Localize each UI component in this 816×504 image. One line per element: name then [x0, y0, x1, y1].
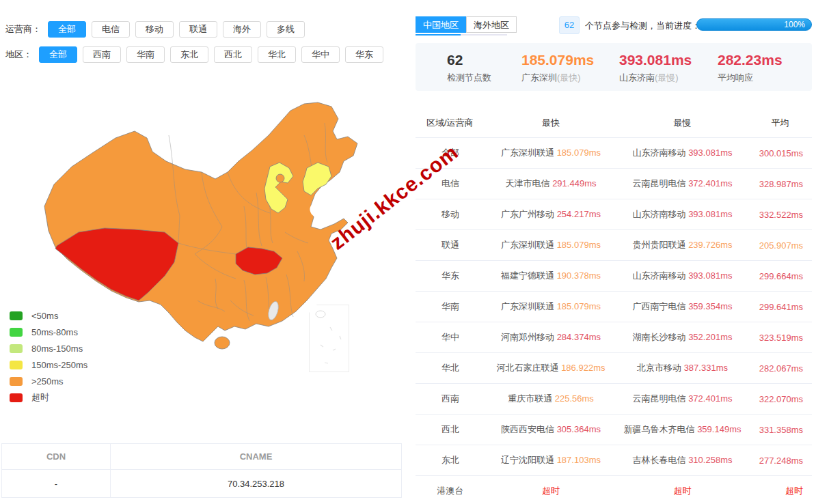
table-row-华北: 华北河北石家庄联通 186.922ms北京市移动 387.331ms282.06… — [416, 353, 812, 384]
cell-slowest: 云南昆明电信 372.401ms — [616, 178, 748, 190]
cell-slowest: 贵州贵阳联通 239.726ms — [616, 239, 748, 251]
stat-fastest-label: 广东深圳(最快) — [521, 72, 594, 84]
region-filter-华东[interactable]: 华东 — [345, 46, 383, 63]
stat-fastest-value: 185.079ms — [521, 52, 594, 68]
tab-overseas-region[interactable]: 海外地区 — [466, 16, 517, 33]
ping-test-page: 运营商： 全部电信移动联通海外多线 地区： 全部西南华南东北西北华北华中华东 — [0, 0, 816, 504]
cell-average: 超时 — [748, 485, 812, 497]
latency-results-table: 区域/运营商 最快 最慢 平均 全部广东深圳联通 185.079ms山东济南移动… — [416, 108, 812, 504]
cell-region: 电信 — [416, 178, 485, 190]
legend-item: 80ms-150ms — [10, 340, 87, 356]
cdn-cname-header-row: CDN CNAME — [2, 444, 401, 470]
operator-filter-海外[interactable]: 海外 — [223, 21, 261, 38]
cell-slowest: 新疆乌鲁木齐电信 359.149ms — [616, 423, 748, 436]
south-china-sea-inset — [309, 305, 349, 372]
tab-china-region[interactable]: 中国地区 — [416, 16, 466, 33]
cell-slowest: 北京市移动 387.331ms — [616, 362, 748, 374]
legend-label: >250ms — [31, 376, 64, 387]
stat-slowest: 393.081ms 山东济南(最慢) — [619, 52, 692, 84]
cell-region: 华东 — [416, 270, 485, 282]
operator-filter-多线[interactable]: 多线 — [267, 21, 305, 38]
cell-average: 322.070ms — [748, 394, 812, 404]
progress-text: 个节点参与检测，当前进度： — [585, 20, 701, 32]
beijing-region[interactable] — [276, 174, 284, 182]
cell-fastest: 陕西西安电信 305.364ms — [485, 423, 616, 436]
legend-swatch — [10, 393, 23, 402]
cell-region: 西南 — [416, 393, 485, 405]
stat-average-value: 282.23ms — [718, 52, 783, 68]
map-base-region[interactable] — [44, 102, 357, 341]
region-tabs: 中国地区 海外地区 — [416, 16, 517, 33]
legend-swatch — [10, 311, 23, 320]
progress-bar: 100% — [696, 18, 812, 31]
cell-fastest: 广东深圳联通 185.079ms — [485, 239, 616, 251]
hainan-region[interactable] — [215, 337, 230, 349]
stat-node-count: 62 检测节点数 — [447, 52, 491, 84]
cell-average: 299.664ms — [748, 271, 812, 281]
operator-filter-电信[interactable]: 电信 — [92, 21, 130, 38]
region-filter-华北[interactable]: 华北 — [258, 46, 296, 63]
legend-swatch — [10, 361, 23, 369]
cell-fastest: 河北石家庄联通 186.922ms — [485, 362, 616, 374]
legend-item: 50ms-80ms — [10, 324, 87, 340]
legend-item: >250ms — [10, 373, 87, 389]
results-rows: 全部广东深圳联通 185.079ms山东济南移动 393.081ms300.01… — [416, 138, 812, 504]
cdn-cname-value-row: - 70.34.253.218 — [2, 470, 401, 498]
cell-average: 299.641ms — [748, 302, 812, 312]
region-filter-全部[interactable]: 全部 — [39, 46, 77, 63]
stat-average: 282.23ms 平均响应 — [718, 52, 783, 84]
region-filter-西南[interactable]: 西南 — [83, 46, 121, 63]
table-row-东北: 东北辽宁沈阳联通 187.103ms吉林长春电信 310.258ms277.24… — [416, 445, 812, 476]
table-row-西北: 西北陕西西安电信 305.364ms新疆乌鲁木齐电信 359.149ms331.… — [416, 415, 812, 445]
cell-fastest: 广东深圳联通 185.079ms — [485, 300, 616, 313]
cell-average: 282.067ms — [748, 363, 812, 374]
tab-underline — [416, 34, 507, 36]
cell-fastest: 广东广州移动 254.217ms — [485, 208, 616, 221]
cell-average: 300.015ms — [748, 148, 812, 158]
header-fastest: 最快 — [485, 117, 616, 129]
table-row-联通: 联通广东深圳联通 185.079ms贵州贵阳联通 239.726ms205.90… — [416, 230, 812, 261]
legend-item: <50ms — [10, 307, 87, 324]
region-filter-row: 地区： 全部西南华南东北西北华北华中华东 — [5, 46, 389, 63]
stat-average-label: 平均响应 — [718, 72, 783, 84]
cell-region: 西北 — [416, 423, 485, 436]
region-filter-华南[interactable]: 华南 — [126, 46, 165, 63]
cell-slowest: 超时 — [616, 485, 748, 497]
stat-node-count-value: 62 — [447, 52, 491, 68]
stat-node-count-label: 检测节点数 — [447, 72, 491, 84]
table-row-全部: 全部广东深圳联通 185.079ms山东济南移动 393.081ms300.01… — [416, 138, 812, 169]
operator-filter-移动[interactable]: 移动 — [135, 21, 174, 38]
cell-slowest: 吉林长春电信 310.258ms — [616, 454, 748, 466]
cell-slowest: 云南昆明电信 372.401ms — [616, 393, 748, 405]
cell-average: 328.987ms — [748, 179, 812, 189]
cell-slowest: 广西南宁电信 359.354ms — [616, 300, 748, 313]
results-header-row: 区域/运营商 最快 最慢 平均 — [416, 108, 812, 138]
cdn-cname-table: CDN CNAME - 70.34.253.218 — [1, 443, 402, 498]
region-filter-西北[interactable]: 西北 — [214, 46, 252, 63]
cell-slowest: 山东济南移动 393.081ms — [616, 270, 748, 282]
china-latency-map[interactable] — [39, 96, 408, 355]
cell-fastest: 重庆市联通 225.56ms — [485, 393, 616, 405]
operator-filter-联通[interactable]: 联通 — [179, 21, 217, 38]
legend-item: 超时 — [10, 389, 87, 406]
cell-slowest: 山东济南移动 393.081ms — [616, 147, 748, 159]
region-filter-华中[interactable]: 华中 — [301, 46, 340, 63]
region-filter-东北[interactable]: 东北 — [170, 46, 208, 63]
table-row-华中: 华中河南郑州移动 284.374ms湖南长沙移动 352.201ms323.51… — [416, 322, 812, 353]
legend-swatch — [10, 344, 23, 353]
cell-average: 205.907ms — [748, 240, 812, 251]
node-count-badge: 62 — [559, 16, 580, 34]
operator-filter-全部[interactable]: 全部 — [48, 21, 86, 38]
cell-fastest: 辽宁沈阳联通 187.103ms — [485, 454, 616, 466]
table-row-移动: 移动广东广州移动 254.217ms山东济南移动 393.081ms332.52… — [416, 199, 812, 230]
legend-label: 超时 — [31, 391, 49, 404]
cell-fastest: 超时 — [485, 485, 616, 497]
cell-region: 移动 — [416, 208, 485, 221]
cell-fastest: 福建宁德联通 190.378ms — [485, 270, 616, 282]
header-region: 区域/运营商 — [416, 117, 485, 129]
cell-region: 全部 — [416, 147, 485, 159]
cell-average: 323.519ms — [748, 333, 812, 343]
stat-slowest-label: 山东济南(最慢) — [619, 72, 692, 84]
table-row-华东: 华东福建宁德联通 190.378ms山东济南移动 393.081ms299.66… — [416, 261, 812, 292]
table-row-华南: 华南广东深圳联通 185.079ms广西南宁电信 359.354ms299.64… — [416, 292, 812, 322]
